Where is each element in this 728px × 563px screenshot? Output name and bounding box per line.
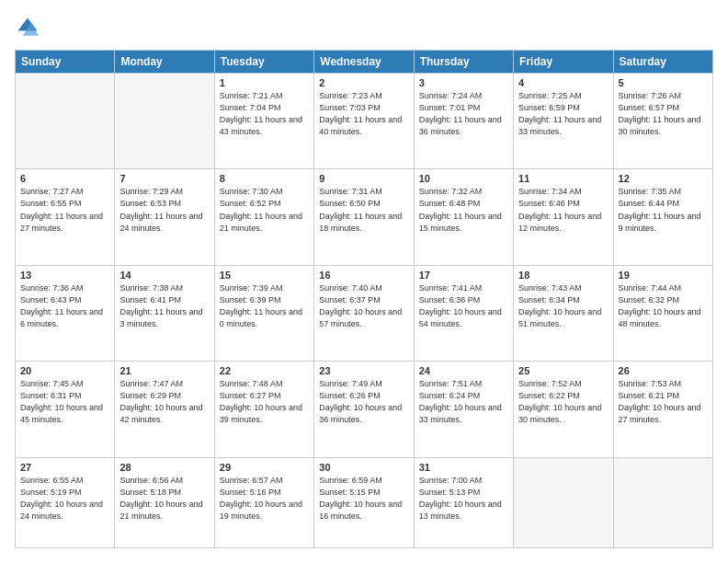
- calendar-day-cell: 2Sunrise: 7:23 AMSunset: 7:03 PMDaylight…: [314, 74, 414, 169]
- calendar-day-cell: 5Sunrise: 7:26 AMSunset: 6:57 PMDaylight…: [613, 74, 712, 169]
- calendar-day-cell: 7Sunrise: 7:29 AMSunset: 6:53 PMDaylight…: [115, 169, 214, 265]
- calendar-week-row: 20Sunrise: 7:45 AMSunset: 6:31 PMDayligh…: [16, 362, 713, 457]
- day-info: Sunrise: 7:43 AMSunset: 6:34 PMDaylight:…: [518, 282, 608, 330]
- calendar-day-cell: 15Sunrise: 7:39 AMSunset: 6:39 PMDayligh…: [214, 265, 313, 361]
- day-number: 6: [20, 173, 109, 184]
- day-of-week-header: Monday: [115, 51, 214, 74]
- day-number: 14: [119, 270, 209, 281]
- day-info: Sunrise: 7:38 AMSunset: 6:41 PMDaylight:…: [119, 282, 209, 330]
- calendar-day-cell: [115, 74, 214, 169]
- header: [15, 15, 713, 40]
- day-info: Sunrise: 7:36 AMSunset: 6:43 PMDaylight:…: [20, 282, 109, 330]
- calendar-day-cell: 14Sunrise: 7:38 AMSunset: 6:41 PMDayligh…: [115, 265, 214, 361]
- day-info: Sunrise: 7:24 AMSunset: 7:01 PMDaylight:…: [419, 90, 508, 138]
- calendar-day-cell: 16Sunrise: 7:40 AMSunset: 6:37 PMDayligh…: [314, 265, 414, 361]
- day-number: 2: [319, 77, 408, 88]
- calendar-day-cell: 22Sunrise: 7:48 AMSunset: 6:27 PMDayligh…: [214, 362, 313, 457]
- day-info: Sunrise: 7:47 AMSunset: 6:29 PMDaylight:…: [119, 378, 209, 426]
- calendar-day-cell: 26Sunrise: 7:53 AMSunset: 6:21 PMDayligh…: [613, 362, 712, 457]
- day-number: 19: [619, 270, 708, 281]
- day-info: Sunrise: 7:34 AMSunset: 6:46 PMDaylight:…: [518, 186, 608, 234]
- calendar-day-cell: 27Sunrise: 6:55 AMSunset: 5:19 PMDayligh…: [16, 457, 115, 547]
- day-info: Sunrise: 7:44 AMSunset: 6:32 PMDaylight:…: [619, 282, 708, 330]
- day-number: 13: [20, 270, 109, 281]
- calendar-day-cell: 12Sunrise: 7:35 AMSunset: 6:44 PMDayligh…: [613, 169, 712, 265]
- calendar-day-cell: 10Sunrise: 7:32 AMSunset: 6:48 PMDayligh…: [414, 169, 513, 265]
- calendar-week-row: 6Sunrise: 7:27 AMSunset: 6:55 PMDaylight…: [16, 169, 713, 265]
- day-info: Sunrise: 7:27 AMSunset: 6:55 PMDaylight:…: [20, 186, 109, 234]
- calendar-header-row: SundayMondayTuesdayWednesdayThursdayFrid…: [16, 51, 713, 74]
- day-number: 17: [419, 270, 508, 281]
- calendar-day-cell: 20Sunrise: 7:45 AMSunset: 6:31 PMDayligh…: [16, 362, 115, 457]
- day-info: Sunrise: 7:32 AMSunset: 6:48 PMDaylight:…: [419, 186, 508, 234]
- calendar-day-cell: 13Sunrise: 7:36 AMSunset: 6:43 PMDayligh…: [16, 265, 115, 361]
- day-number: 12: [619, 173, 708, 184]
- calendar-week-row: 13Sunrise: 7:36 AMSunset: 6:43 PMDayligh…: [16, 265, 713, 361]
- day-number: 30: [319, 462, 408, 473]
- day-info: Sunrise: 7:49 AMSunset: 6:26 PMDaylight:…: [319, 378, 408, 426]
- calendar-table: SundayMondayTuesdayWednesdayThursdayFrid…: [15, 50, 713, 548]
- day-info: Sunrise: 6:59 AMSunset: 5:15 PMDaylight:…: [319, 475, 408, 523]
- calendar-day-cell: 8Sunrise: 7:30 AMSunset: 6:52 PMDaylight…: [214, 169, 313, 265]
- day-info: Sunrise: 7:25 AMSunset: 6:59 PMDaylight:…: [518, 90, 608, 138]
- day-info: Sunrise: 7:21 AMSunset: 7:04 PMDaylight:…: [220, 90, 309, 138]
- calendar-day-cell: 11Sunrise: 7:34 AMSunset: 6:46 PMDayligh…: [514, 169, 613, 265]
- day-number: 4: [518, 77, 608, 88]
- day-info: Sunrise: 7:00 AMSunset: 5:13 PMDaylight:…: [419, 475, 508, 523]
- logo-icon: [15, 15, 40, 40]
- calendar-day-cell: 17Sunrise: 7:41 AMSunset: 6:36 PMDayligh…: [414, 265, 513, 361]
- day-number: 29: [220, 462, 309, 473]
- calendar-day-cell: 30Sunrise: 6:59 AMSunset: 5:15 PMDayligh…: [314, 457, 414, 547]
- calendar-day-cell: 19Sunrise: 7:44 AMSunset: 6:32 PMDayligh…: [613, 265, 712, 361]
- day-number: 15: [220, 270, 309, 281]
- calendar-day-cell: 9Sunrise: 7:31 AMSunset: 6:50 PMDaylight…: [314, 169, 414, 265]
- day-info: Sunrise: 7:26 AMSunset: 6:57 PMDaylight:…: [619, 90, 708, 138]
- day-number: 8: [220, 173, 309, 184]
- day-of-week-header: Tuesday: [214, 51, 313, 74]
- day-info: Sunrise: 7:30 AMSunset: 6:52 PMDaylight:…: [220, 186, 309, 234]
- day-info: Sunrise: 7:39 AMSunset: 6:39 PMDaylight:…: [220, 282, 309, 330]
- day-number: 28: [119, 462, 209, 473]
- day-number: 21: [119, 365, 209, 376]
- calendar-day-cell: 1Sunrise: 7:21 AMSunset: 7:04 PMDaylight…: [214, 74, 313, 169]
- day-number: 22: [220, 365, 309, 376]
- day-info: Sunrise: 7:40 AMSunset: 6:37 PMDaylight:…: [319, 282, 408, 330]
- day-info: Sunrise: 6:55 AMSunset: 5:19 PMDaylight:…: [20, 475, 109, 523]
- day-number: 10: [419, 173, 508, 184]
- day-number: 3: [419, 77, 508, 88]
- day-info: Sunrise: 7:29 AMSunset: 6:53 PMDaylight:…: [119, 186, 209, 234]
- day-info: Sunrise: 7:51 AMSunset: 6:24 PMDaylight:…: [419, 378, 508, 426]
- logo: [15, 15, 44, 40]
- day-number: 11: [518, 173, 608, 184]
- calendar-week-row: 27Sunrise: 6:55 AMSunset: 5:19 PMDayligh…: [16, 457, 713, 547]
- day-info: Sunrise: 6:56 AMSunset: 5:18 PMDaylight:…: [119, 475, 209, 523]
- day-info: Sunrise: 7:45 AMSunset: 6:31 PMDaylight:…: [20, 378, 109, 426]
- calendar-day-cell: 6Sunrise: 7:27 AMSunset: 6:55 PMDaylight…: [16, 169, 115, 265]
- calendar-day-cell: 23Sunrise: 7:49 AMSunset: 6:26 PMDayligh…: [314, 362, 414, 457]
- calendar-day-cell: 24Sunrise: 7:51 AMSunset: 6:24 PMDayligh…: [414, 362, 513, 457]
- day-number: 9: [319, 173, 408, 184]
- day-of-week-header: Friday: [514, 51, 613, 74]
- calendar-day-cell: 31Sunrise: 7:00 AMSunset: 5:13 PMDayligh…: [414, 457, 513, 547]
- day-number: 24: [419, 365, 508, 376]
- day-info: Sunrise: 7:48 AMSunset: 6:27 PMDaylight:…: [220, 378, 309, 426]
- day-info: Sunrise: 7:35 AMSunset: 6:44 PMDaylight:…: [619, 186, 708, 234]
- calendar-day-cell: 21Sunrise: 7:47 AMSunset: 6:29 PMDayligh…: [115, 362, 214, 457]
- day-number: 18: [518, 270, 608, 281]
- day-number: 31: [419, 462, 508, 473]
- day-info: Sunrise: 7:52 AMSunset: 6:22 PMDaylight:…: [518, 378, 608, 426]
- day-of-week-header: Saturday: [613, 51, 712, 74]
- calendar-day-cell: [613, 457, 712, 547]
- calendar-week-row: 1Sunrise: 7:21 AMSunset: 7:04 PMDaylight…: [16, 74, 713, 169]
- page: SundayMondayTuesdayWednesdayThursdayFrid…: [0, 0, 728, 563]
- calendar-day-cell: 25Sunrise: 7:52 AMSunset: 6:22 PMDayligh…: [514, 362, 613, 457]
- calendar-day-cell: [16, 74, 115, 169]
- day-number: 7: [119, 173, 209, 184]
- calendar-day-cell: [514, 457, 613, 547]
- day-number: 5: [619, 77, 708, 88]
- day-number: 1: [220, 77, 309, 88]
- calendar-day-cell: 3Sunrise: 7:24 AMSunset: 7:01 PMDaylight…: [414, 74, 513, 169]
- day-info: Sunrise: 7:31 AMSunset: 6:50 PMDaylight:…: [319, 186, 408, 234]
- calendar-day-cell: 29Sunrise: 6:57 AMSunset: 5:16 PMDayligh…: [214, 457, 313, 547]
- day-info: Sunrise: 7:41 AMSunset: 6:36 PMDaylight:…: [419, 282, 508, 330]
